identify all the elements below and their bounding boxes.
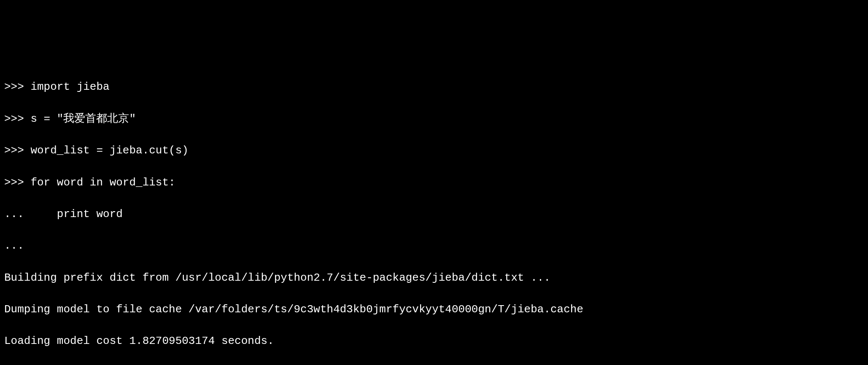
terminal-line: >>> word_list = jieba.cut(s): [4, 143, 864, 159]
terminal-line: ... print word: [4, 207, 864, 223]
terminal-line: Loading model cost 1.82709503174 seconds…: [4, 333, 864, 349]
terminal-line: >>> import jieba: [4, 79, 864, 95]
terminal-line: Building prefix dict from /usr/local/lib…: [4, 270, 864, 286]
terminal-output[interactable]: >>> import jieba >>> s = "我爱首都北京" >>> wo…: [4, 64, 864, 365]
terminal-line: ...: [4, 238, 864, 254]
terminal-line: >>> for word in word_list:: [4, 175, 864, 191]
terminal-line: >>> s = "我爱首都北京": [4, 111, 864, 127]
terminal-line: Dumping model to file cache /var/folders…: [4, 302, 864, 318]
